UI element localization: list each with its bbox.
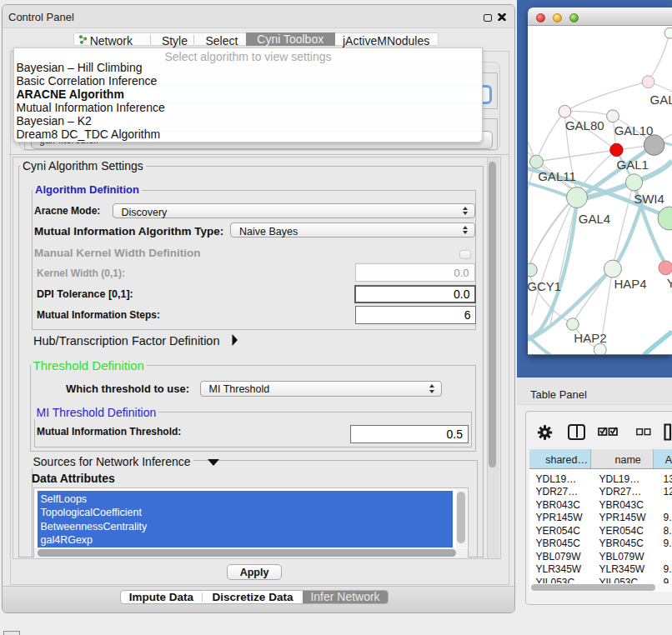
svg-text:HAP4: HAP4 <box>614 277 646 291</box>
svg-text:GAL4: GAL4 <box>579 212 610 226</box>
svg-text:GCY1: GCY1 <box>528 279 561 293</box>
svg-text:GAL80: GAL80 <box>565 118 604 132</box>
svg-text:SWI4: SWI4 <box>634 192 664 206</box>
svg-text:Y: Y <box>667 276 672 290</box>
svg-text:GAL10: GAL10 <box>614 123 654 138</box>
svg-text:GAL11: GAL11 <box>538 169 576 183</box>
svg-text:HAP2: HAP2 <box>574 331 606 345</box>
svg-text:GAL7: GAL7 <box>650 92 672 107</box>
svg-text:GAL1: GAL1 <box>617 158 649 172</box>
